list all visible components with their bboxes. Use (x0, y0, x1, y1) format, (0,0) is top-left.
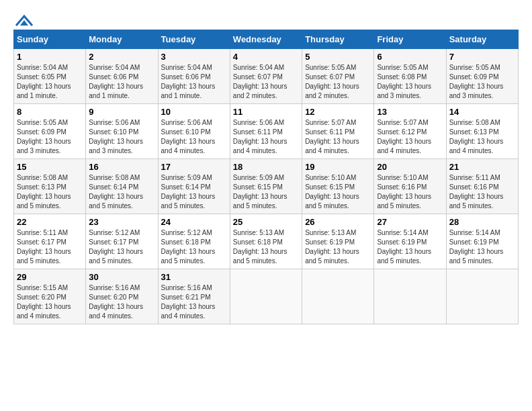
page-header (13, 13, 519, 23)
calendar-day-cell: 13 Sunrise: 5:07 AMSunset: 6:12 PMDaylig… (374, 104, 446, 159)
day-number: 12 (305, 107, 371, 117)
day-info: Sunrise: 5:10 AMSunset: 6:15 PMDaylight:… (305, 174, 359, 210)
day-info: Sunrise: 5:08 AMSunset: 6:13 PMDaylight:… (17, 174, 71, 210)
day-info: Sunrise: 5:04 AMSunset: 6:06 PMDaylight:… (89, 64, 143, 99)
day-info: Sunrise: 5:13 AMSunset: 6:19 PMDaylight:… (305, 229, 359, 265)
day-info: Sunrise: 5:05 AMSunset: 6:07 PMDaylight:… (305, 64, 359, 99)
day-number: 13 (377, 107, 443, 117)
calendar-day-cell: 24 Sunrise: 5:12 AMSunset: 6:18 PMDaylig… (158, 214, 230, 269)
day-info: Sunrise: 5:06 AMSunset: 6:11 PMDaylight:… (233, 119, 287, 154)
day-number: 26 (305, 217, 371, 227)
calendar-week-row: 22 Sunrise: 5:11 AMSunset: 6:17 PMDaylig… (14, 214, 519, 269)
day-number: 25 (233, 217, 299, 227)
logo (13, 13, 34, 23)
calendar-day-cell: 17 Sunrise: 5:09 AMSunset: 6:14 PMDaylig… (158, 159, 230, 214)
day-number: 22 (17, 217, 83, 227)
day-number: 21 (449, 162, 515, 172)
calendar-day-cell: 22 Sunrise: 5:11 AMSunset: 6:17 PMDaylig… (14, 214, 86, 269)
day-info: Sunrise: 5:13 AMSunset: 6:18 PMDaylight:… (233, 229, 287, 265)
calendar-day-cell: 6 Sunrise: 5:05 AMSunset: 6:08 PMDayligh… (374, 49, 446, 104)
day-number: 29 (17, 272, 83, 282)
day-of-week-header-wednesday: Wednesday (230, 30, 302, 49)
day-info: Sunrise: 5:16 AMSunset: 6:20 PMDaylight:… (89, 284, 143, 320)
day-info: Sunrise: 5:14 AMSunset: 6:19 PMDaylight:… (449, 229, 504, 265)
day-info: Sunrise: 5:08 AMSunset: 6:14 PMDaylight:… (89, 174, 143, 210)
calendar-day-cell: 3 Sunrise: 5:04 AMSunset: 6:06 PMDayligh… (158, 49, 230, 104)
day-of-week-header-friday: Friday (374, 30, 446, 49)
day-info: Sunrise: 5:16 AMSunset: 6:21 PMDaylight:… (161, 284, 216, 320)
day-number: 7 (449, 52, 515, 62)
day-number: 15 (17, 162, 83, 172)
calendar-day-cell: 18 Sunrise: 5:09 AMSunset: 6:15 PMDaylig… (230, 159, 302, 214)
calendar-day-cell: 14 Sunrise: 5:08 AMSunset: 6:13 PMDaylig… (446, 104, 518, 159)
day-number: 1 (17, 52, 83, 62)
day-info: Sunrise: 5:04 AMSunset: 6:07 PMDaylight:… (233, 64, 287, 99)
day-of-week-header-monday: Monday (86, 30, 158, 49)
day-number: 31 (161, 272, 227, 282)
logo-icon (15, 13, 34, 27)
day-info: Sunrise: 5:06 AMSunset: 6:10 PMDaylight:… (161, 119, 216, 154)
day-number: 24 (161, 217, 227, 227)
calendar-day-cell: 5 Sunrise: 5:05 AMSunset: 6:07 PMDayligh… (302, 49, 374, 104)
day-info: Sunrise: 5:07 AMSunset: 6:11 PMDaylight:… (305, 119, 359, 154)
calendar-week-row: 8 Sunrise: 5:05 AMSunset: 6:09 PMDayligh… (14, 104, 519, 159)
day-of-week-header-saturday: Saturday (446, 30, 518, 49)
calendar-day-cell: 30 Sunrise: 5:16 AMSunset: 6:20 PMDaylig… (86, 269, 158, 324)
day-number: 19 (305, 162, 371, 172)
day-number: 2 (89, 52, 154, 62)
day-info: Sunrise: 5:04 AMSunset: 6:06 PMDaylight:… (161, 64, 216, 99)
calendar-day-cell: 4 Sunrise: 5:04 AMSunset: 6:07 PMDayligh… (230, 49, 302, 104)
day-number: 16 (89, 162, 154, 172)
day-number: 23 (89, 217, 154, 227)
calendar-day-cell: 16 Sunrise: 5:08 AMSunset: 6:14 PMDaylig… (86, 159, 158, 214)
day-number: 8 (17, 107, 83, 117)
day-number: 28 (449, 217, 515, 227)
calendar-day-cell: 25 Sunrise: 5:13 AMSunset: 6:18 PMDaylig… (230, 214, 302, 269)
calendar-day-cell: 21 Sunrise: 5:11 AMSunset: 6:16 PMDaylig… (446, 159, 518, 214)
calendar-day-cell: 20 Sunrise: 5:10 AMSunset: 6:16 PMDaylig… (374, 159, 446, 214)
empty-cell (230, 269, 302, 324)
day-info: Sunrise: 5:09 AMSunset: 6:15 PMDaylight:… (233, 174, 287, 210)
calendar-week-row: 15 Sunrise: 5:08 AMSunset: 6:13 PMDaylig… (14, 159, 519, 214)
calendar-day-cell: 31 Sunrise: 5:16 AMSunset: 6:21 PMDaylig… (158, 269, 230, 324)
day-info: Sunrise: 5:04 AMSunset: 6:05 PMDaylight:… (17, 64, 71, 99)
day-info: Sunrise: 5:11 AMSunset: 6:16 PMDaylight:… (449, 174, 504, 210)
day-info: Sunrise: 5:05 AMSunset: 6:08 PMDaylight:… (377, 64, 431, 99)
day-info: Sunrise: 5:05 AMSunset: 6:09 PMDaylight:… (449, 64, 504, 99)
day-info: Sunrise: 5:12 AMSunset: 6:17 PMDaylight:… (89, 229, 143, 265)
calendar-week-row: 29 Sunrise: 5:15 AMSunset: 6:20 PMDaylig… (14, 269, 519, 324)
day-number: 6 (377, 52, 443, 62)
day-number: 27 (377, 217, 443, 227)
day-number: 11 (233, 107, 299, 117)
day-number: 14 (449, 107, 515, 117)
day-info: Sunrise: 5:14 AMSunset: 6:19 PMDaylight:… (377, 229, 431, 265)
empty-cell (302, 269, 374, 324)
calendar-day-cell: 11 Sunrise: 5:06 AMSunset: 6:11 PMDaylig… (230, 104, 302, 159)
calendar-day-cell: 10 Sunrise: 5:06 AMSunset: 6:10 PMDaylig… (158, 104, 230, 159)
empty-cell (374, 269, 446, 324)
day-info: Sunrise: 5:10 AMSunset: 6:16 PMDaylight:… (377, 174, 431, 210)
calendar-day-cell: 19 Sunrise: 5:10 AMSunset: 6:15 PMDaylig… (302, 159, 374, 214)
day-info: Sunrise: 5:05 AMSunset: 6:09 PMDaylight:… (17, 119, 71, 154)
calendar-day-cell: 27 Sunrise: 5:14 AMSunset: 6:19 PMDaylig… (374, 214, 446, 269)
day-number: 9 (89, 107, 154, 117)
calendar-day-cell: 15 Sunrise: 5:08 AMSunset: 6:13 PMDaylig… (14, 159, 86, 214)
calendar-day-cell: 7 Sunrise: 5:05 AMSunset: 6:09 PMDayligh… (446, 49, 518, 104)
day-number: 5 (305, 52, 371, 62)
calendar-day-cell: 29 Sunrise: 5:15 AMSunset: 6:20 PMDaylig… (14, 269, 86, 324)
day-number: 30 (89, 272, 154, 282)
calendar-day-cell: 26 Sunrise: 5:13 AMSunset: 6:19 PMDaylig… (302, 214, 374, 269)
day-info: Sunrise: 5:11 AMSunset: 6:17 PMDaylight:… (17, 229, 71, 265)
day-of-week-header-thursday: Thursday (302, 30, 374, 49)
calendar-week-row: 1 Sunrise: 5:04 AMSunset: 6:05 PMDayligh… (14, 49, 519, 104)
calendar-day-cell: 12 Sunrise: 5:07 AMSunset: 6:11 PMDaylig… (302, 104, 374, 159)
day-number: 18 (233, 162, 299, 172)
day-number: 4 (233, 52, 299, 62)
calendar-day-cell: 9 Sunrise: 5:06 AMSunset: 6:10 PMDayligh… (86, 104, 158, 159)
day-info: Sunrise: 5:15 AMSunset: 6:20 PMDaylight:… (17, 284, 71, 320)
empty-cell (446, 269, 518, 324)
day-number: 20 (377, 162, 443, 172)
calendar-day-cell: 8 Sunrise: 5:05 AMSunset: 6:09 PMDayligh… (14, 104, 86, 159)
calendar-day-cell: 1 Sunrise: 5:04 AMSunset: 6:05 PMDayligh… (14, 49, 86, 104)
day-number: 17 (161, 162, 227, 172)
